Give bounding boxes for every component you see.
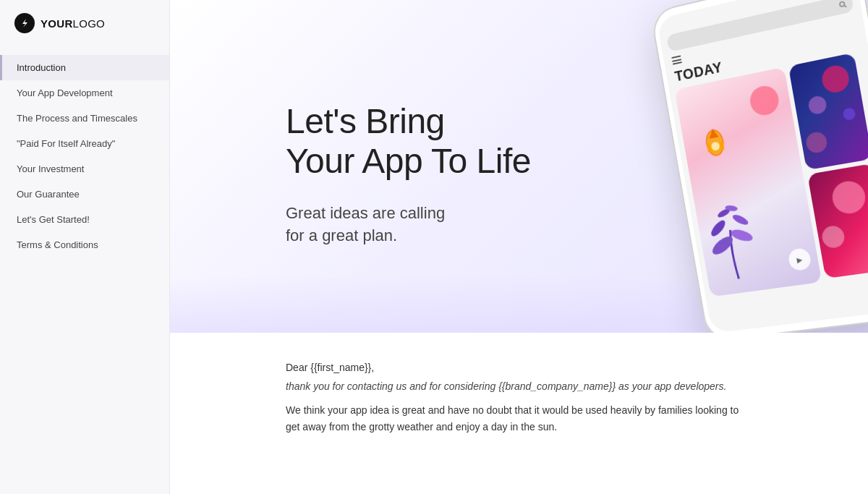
svg-point-15 <box>807 95 827 116</box>
space-art <box>788 53 868 171</box>
sidebar: YOURLOGO Introduction Your App Developme… <box>0 0 170 494</box>
logo-icon <box>14 13 35 33</box>
phone-outer: ▂▄▆ ((•)) ▮ <box>650 0 868 333</box>
hero-title: Let's Bring Your App To Life <box>286 101 531 181</box>
phone-mockup: ▂▄▆ ((•)) ▮ <box>535 0 868 333</box>
sidebar-item-process[interactable]: The Process and Timescales <box>0 106 169 131</box>
sidebar-item-app-development[interactable]: Your App Development <box>0 80 169 106</box>
hero-text: Let's Bring Your App To Life Great ideas… <box>286 101 531 247</box>
sidebar-item-get-started[interactable]: Let's Get Started! <box>0 207 169 232</box>
main-content: Let's Bring Your App To Life Great ideas… <box>170 0 868 494</box>
phone-screen: ▂▄▆ ((•)) ▮ <box>657 0 868 333</box>
logo-area: YOURLOGO <box>0 0 169 48</box>
hero-subtitle: Great ideas are calling for a great plan… <box>286 203 531 247</box>
italic-intro: thank you for contacting us and for cons… <box>286 380 752 392</box>
sidebar-item-terms[interactable]: Terms & Conditions <box>0 232 169 257</box>
sidebar-item-investment[interactable]: Your Investment <box>0 156 169 182</box>
logo-text: YOURLOGO <box>41 17 105 30</box>
search-icon <box>838 0 847 9</box>
svg-point-1 <box>840 1 845 7</box>
sidebar-item-introduction[interactable]: Introduction <box>0 55 169 80</box>
body-text: We think your app idea is great and have… <box>286 402 752 435</box>
svg-point-6 <box>731 213 749 226</box>
svg-point-19 <box>820 224 846 249</box>
svg-point-5 <box>709 218 728 239</box>
dear-line: Dear {{first_name}}, <box>286 362 752 373</box>
sidebar-item-guarantee[interactable]: Our Guarantee <box>0 182 169 207</box>
nav-list: Introduction Your App Development The Pr… <box>0 55 169 257</box>
play-button: ▶ <box>787 247 812 272</box>
svg-point-4 <box>730 227 754 243</box>
phone-cards-area: ▶ <box>668 46 868 302</box>
sidebar-item-paid[interactable]: "Paid For Itself Already" <box>0 131 169 156</box>
svg-marker-0 <box>22 19 27 27</box>
svg-point-14 <box>820 63 851 94</box>
hero-section: Let's Bring Your App To Life Great ideas… <box>170 0 868 333</box>
svg-point-16 <box>842 107 856 121</box>
hamburger-icon <box>671 55 682 64</box>
decorative-circle <box>748 83 781 117</box>
svg-point-18 <box>830 179 868 216</box>
content-section: Dear {{first_name}}, thank you for conta… <box>170 333 868 464</box>
svg-point-17 <box>804 130 828 154</box>
phone-card-small-top <box>788 53 868 171</box>
rocket-decoration <box>695 122 736 171</box>
svg-line-2 <box>844 5 846 7</box>
plant-decoration <box>701 191 763 282</box>
